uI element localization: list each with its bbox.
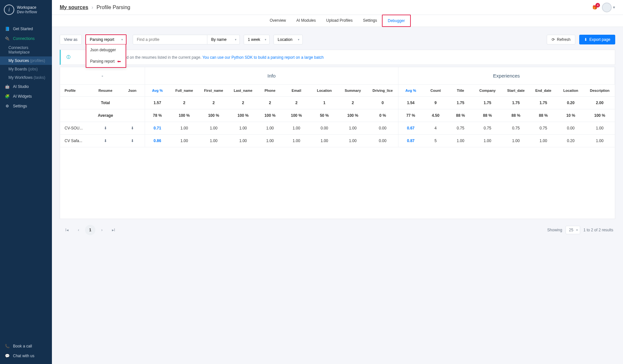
info-icon: ⓘ bbox=[67, 55, 70, 60]
refresh-icon: ⟳ bbox=[552, 37, 555, 42]
chat-icon: 💬 bbox=[5, 354, 10, 358]
puzzle-icon: 🧩 bbox=[5, 94, 10, 99]
export-page-button[interactable]: ⬇ Export page bbox=[579, 35, 615, 44]
info-banner: ⓘ ...uted based on the resumes listed in… bbox=[60, 50, 615, 65]
page-current[interactable]: 1 bbox=[85, 225, 95, 235]
avatar bbox=[602, 3, 612, 12]
sidebar-item-connectors-marketplace[interactable]: Connectors Marketplace bbox=[0, 43, 52, 56]
download-resume-icon[interactable]: ⬇ bbox=[104, 139, 107, 143]
table-row-total: Total 1.5722222120 1.5491.751.751.751.75… bbox=[60, 97, 615, 109]
pagination: I◂ ‹ 1 › ▸I bbox=[62, 225, 119, 235]
sidebar: i Workspace Dev-hrflow 📘 Get Started 🔌 C… bbox=[0, 0, 52, 364]
chevron-right-icon: › bbox=[92, 5, 93, 10]
find-profile-input[interactable] bbox=[133, 35, 207, 44]
book-icon: 📘 bbox=[5, 27, 10, 31]
col-group-experiences: Experiences bbox=[398, 67, 615, 85]
results-text: 1 to 2 of 2 results bbox=[583, 228, 613, 232]
breadcrumb: My sources › Profile Parsing bbox=[60, 5, 130, 10]
search-by-select[interactable]: By name bbox=[207, 35, 240, 44]
notifications-button[interactable]: 🎁 4 bbox=[592, 5, 597, 10]
sidebar-item-chat[interactable]: 💬 Chat with us bbox=[0, 351, 52, 361]
col-group-dash: - bbox=[60, 67, 145, 85]
user-menu-button[interactable]: ▾ bbox=[602, 3, 615, 12]
page-last-button[interactable]: ▸I bbox=[108, 225, 119, 235]
sidebar-item-settings[interactable]: ⚙ Settings bbox=[0, 101, 52, 111]
sidebar-item-ai-widgets[interactable]: 🧩 AI Widgets bbox=[0, 91, 52, 101]
cell-profile: CV Safa... bbox=[60, 135, 91, 147]
page-first-button[interactable]: I◂ bbox=[62, 225, 72, 235]
parsing-report-table: - Info Experiences Profile Resume Json A… bbox=[60, 67, 615, 219]
table-row-average: Average 78 %100 %100 %100 %100 %100 %50 … bbox=[60, 109, 615, 122]
page-next-button[interactable]: › bbox=[97, 225, 107, 235]
table-footer: I◂ ‹ 1 › ▸I Showing 25 1 to 2 of 2 resul… bbox=[60, 219, 615, 237]
download-resume-icon[interactable]: ⬇ bbox=[104, 126, 107, 130]
tabs: Overview AI Modules Upload Profiles Sett… bbox=[52, 15, 623, 27]
workspace-label: Workspace bbox=[17, 5, 37, 10]
view-as-option-json[interactable]: Json debugger bbox=[86, 44, 126, 55]
sidebar-item-ai-studio[interactable]: 🤖 AI Studio bbox=[0, 82, 52, 91]
view-as-select[interactable]: Parsing report Json debugger Parsing rep… bbox=[86, 35, 126, 44]
page-prev-button[interactable]: ‹ bbox=[73, 225, 84, 235]
sidebar-item-book-call[interactable]: 📞 Book a call bbox=[0, 341, 52, 351]
gear-icon: ⚙ bbox=[5, 104, 10, 108]
tab-debugger[interactable]: Debugger bbox=[382, 15, 411, 27]
location-select[interactable]: Location bbox=[274, 35, 303, 44]
view-as-option-parsing[interactable]: Parsing report ⬅ bbox=[86, 55, 126, 67]
banner-link[interactable]: You can use our Python SDK to build a pa… bbox=[202, 55, 324, 60]
breadcrumb-page: Profile Parsing bbox=[96, 5, 130, 10]
workspace-logo-icon: i bbox=[4, 5, 14, 15]
notification-badge: 4 bbox=[595, 3, 600, 7]
download-json-icon[interactable]: ⬇ bbox=[131, 126, 134, 130]
table-row: CV-SOU...⬇⬇0.711.001.001.001.001.000.001… bbox=[60, 122, 615, 135]
table-row: CV Safa...⬇⬇0.861.001.001.001.001.001.00… bbox=[60, 135, 615, 147]
caret-down-icon: ▾ bbox=[613, 5, 615, 10]
tab-settings[interactable]: Settings bbox=[358, 15, 382, 27]
robot-icon: 🤖 bbox=[5, 84, 10, 89]
filter-bar: View as Parsing report Json debugger Par… bbox=[60, 35, 615, 44]
sidebar-item-my-workflows[interactable]: My Workflows(tasks) bbox=[0, 73, 52, 82]
workspace-switcher[interactable]: i Workspace Dev-hrflow bbox=[0, 0, 52, 19]
arrow-left-icon: ⬅ bbox=[117, 59, 121, 64]
page-size-select[interactable]: 25 bbox=[566, 226, 580, 234]
refresh-button[interactable]: ⟳ Refresh bbox=[547, 35, 575, 44]
sidebar-item-my-sources[interactable]: My Sources(profiles) bbox=[0, 56, 52, 65]
showing-label: Showing bbox=[547, 228, 562, 232]
view-as-select-button[interactable]: Parsing report bbox=[86, 35, 126, 44]
sidebar-item-get-started[interactable]: 📘 Get Started bbox=[0, 24, 52, 34]
main: My sources › Profile Parsing 🎁 4 ▾ Overv… bbox=[52, 0, 623, 364]
phone-icon: 📞 bbox=[5, 344, 10, 348]
tab-overview[interactable]: Overview bbox=[264, 15, 291, 27]
tab-upload-profiles[interactable]: Upload Profiles bbox=[321, 15, 358, 27]
sidebar-item-my-boards[interactable]: My Boards(jobs) bbox=[0, 65, 52, 73]
view-as-label: View as bbox=[60, 35, 82, 44]
download-json-icon[interactable]: ⬇ bbox=[131, 139, 134, 143]
view-as-dropdown: Json debugger Parsing report ⬅ bbox=[86, 44, 126, 68]
sidebar-item-connections[interactable]: 🔌 Connections bbox=[0, 34, 52, 43]
cell-profile: CV-SOU... bbox=[60, 122, 91, 135]
plug-icon: 🔌 bbox=[5, 36, 10, 41]
topbar: My sources › Profile Parsing 🎁 4 ▾ bbox=[52, 0, 623, 15]
workspace-name: Dev-hrflow bbox=[17, 10, 37, 14]
period-select[interactable]: 1 week bbox=[244, 35, 270, 44]
col-group-info: Info bbox=[145, 67, 398, 85]
tab-ai-modules[interactable]: AI Modules bbox=[291, 15, 321, 27]
download-icon: ⬇ bbox=[584, 37, 587, 42]
breadcrumb-root[interactable]: My sources bbox=[60, 5, 88, 10]
